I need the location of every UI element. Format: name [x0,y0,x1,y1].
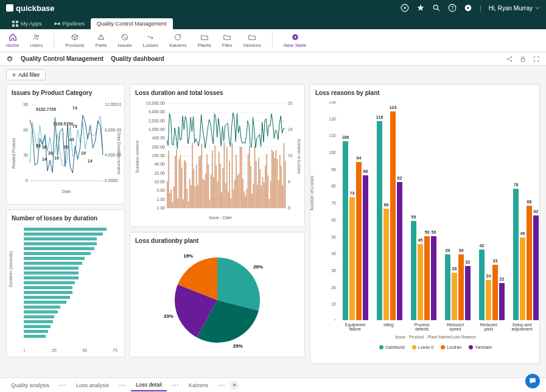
tool-kaizens[interactable]: Kaizens [169,33,186,48]
brand-logo[interactable]: quickbase [6,4,55,13]
notification-icon[interactable] [464,4,472,12]
svg-rect-111 [216,166,217,208]
svg-rect-96 [196,165,197,208]
x-axis: Issue - Date [209,215,232,220]
tool-parts[interactable]: ! Parts [96,33,107,48]
card-title: Loss duration and total losses [135,89,299,96]
svg-text:30: 30 [331,268,336,273]
svg-point-11 [58,23,60,25]
svg-text:16: 16 [54,156,59,160]
tool-new-table[interactable]: New Table [284,33,306,48]
tool-issues[interactable]: Issues [117,33,131,48]
svg-rect-113 [219,152,220,208]
svg-text:110: 110 [329,133,336,138]
btab-loss-detail[interactable]: Loss detail [131,379,167,391]
svg-rect-150 [268,175,269,208]
svg-rect-130 [241,147,242,208]
svg-rect-147 [264,182,265,208]
add-filter-button[interactable]: Add filter [6,69,46,80]
grouped-bars[interactable]: 1067394861186612482594550503928393242243… [337,101,534,320]
svg-text:19: 19 [81,151,86,155]
toolbar: Home Users Products ! Parts Issues Losse… [0,29,546,52]
svg-rect-131 [242,178,243,208]
svg-rect-100 [201,144,203,208]
tool-files[interactable]: Files [222,33,233,48]
svg-rect-108 [212,150,213,208]
star-icon[interactable] [416,4,425,12]
svg-text:14: 14 [88,159,93,163]
help-bubble[interactable] [525,374,540,388]
user-menu[interactable]: Hi, Ryan Murray [489,5,540,12]
tab-menu-icon[interactable]: ⋯ [59,381,66,390]
svg-rect-82 [177,198,178,208]
btab-label: Quality analysis [11,382,49,388]
svg-text:70: 70 [331,201,336,205]
add-tab-button[interactable]: + [230,381,239,390]
card-issues-by-category: Issues by Product Category Related Produ… [6,84,125,205]
tool-vendors[interactable]: Vendors [243,33,261,48]
btab-loss-analysis[interactable]: Loss analysis [71,380,114,391]
expand-icon[interactable] [533,55,540,63]
tab-menu-icon[interactable]: ⋯ [119,381,126,390]
pie-chart[interactable]: 29%29%23%19% [150,247,284,350]
svg-text:200.00: 200.00 [152,145,166,149]
svg-text:45: 45 [69,138,74,142]
issues-chart[interactable]: Related Product Total Duration numeric 0… [12,99,121,196]
gear-icon[interactable] [6,55,13,63]
tab-menu-icon[interactable]: ⋯ [172,381,179,390]
nav-tabs: My Apps Pipelines Quality Control Manage… [0,16,546,29]
svg-rect-148 [265,166,266,208]
svg-text:90: 90 [331,167,336,172]
search-icon[interactable] [432,4,441,12]
y-axis-label: Number of Losses [310,176,314,211]
btab-quality-analysis[interactable]: Quality analysis [6,380,54,391]
tab-active-app[interactable]: Quality Control Management [91,18,173,29]
add-filter-label: Add filter [18,72,40,78]
tool-plants[interactable]: Plants [197,33,211,48]
loss-duration-chart[interactable]: Duration numeric Number of Losses 1.00 2… [135,99,301,220]
share-icon[interactable] [506,55,513,63]
svg-point-10 [54,23,57,25]
box-icon [71,33,79,41]
btab-label: Loss analysis [76,382,109,388]
svg-rect-135 [248,154,249,208]
chat-icon [528,377,537,385]
svg-rect-101 [203,178,204,208]
tool-home[interactable]: Home [6,33,19,48]
svg-text:75: 75 [113,348,117,352]
svg-rect-98 [198,156,200,208]
tool-losses[interactable]: Losses [143,33,158,48]
svg-rect-134 [247,189,248,208]
tool-products[interactable]: Products [65,33,85,48]
tab-pipelines[interactable]: Pipelines [48,18,91,29]
svg-text:25: 25 [52,348,57,352]
svg-text:74: 74 [72,106,77,110]
dashboard: Issues by Product Category Related Produ… [0,84,546,357]
svg-point-1 [433,5,438,9]
svg-rect-136 [249,146,250,208]
svg-rect-94 [194,169,195,208]
svg-text:400.00: 400.00 [152,136,166,140]
svg-point-5 [467,7,469,9]
tab-my-apps[interactable]: My Apps [6,18,48,29]
svg-rect-160 [281,166,282,208]
svg-rect-110 [214,145,215,208]
svg-rect-105 [208,164,209,208]
svg-rect-93 [192,143,193,208]
card-loss-duration-total: Loss duration and total losses Duration … [130,84,305,227]
svg-text:10: 10 [331,302,336,306]
svg-rect-80 [175,156,176,208]
svg-rect-143 [258,158,259,208]
tool-users[interactable]: Users [30,33,43,48]
btab-kaizens[interactable]: Kaizens [184,380,213,391]
hbar-chart[interactable] [12,224,119,346]
svg-rect-140 [254,146,256,208]
svg-rect-83 [179,159,180,208]
add-icon[interactable] [401,4,409,12]
svg-rect-127 [237,175,238,208]
help-icon[interactable]: ? [448,4,457,12]
tab-menu-icon[interactable]: ⋯ [218,381,225,390]
lock-icon[interactable] [519,55,527,63]
svg-rect-128 [239,174,240,208]
svg-rect-86 [183,200,184,208]
